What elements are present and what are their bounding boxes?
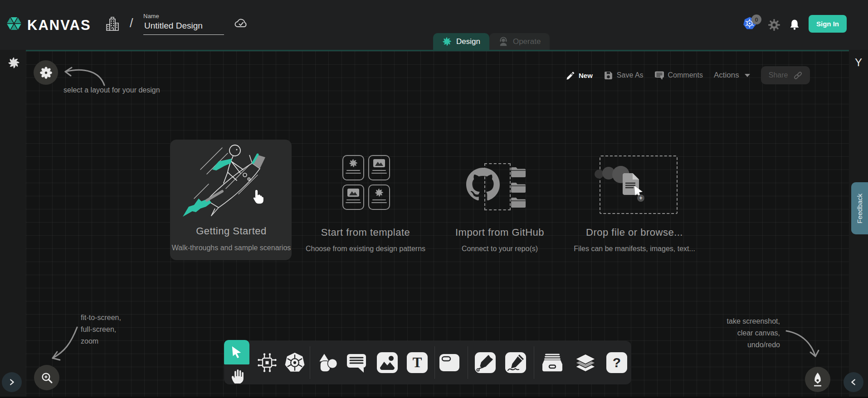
plus-icon: + — [637, 194, 644, 202]
design-name-input[interactable] — [143, 21, 224, 35]
card-title: Drop file or browse... — [562, 227, 707, 238]
text-tool[interactable]: T — [407, 352, 428, 373]
pen-tool-icon — [475, 352, 496, 373]
actions-dropdown[interactable]: Actions — [714, 71, 750, 80]
pen-mode-button[interactable] — [805, 367, 830, 392]
node-tool[interactable] — [257, 352, 278, 373]
version-badge: 0 — [751, 15, 761, 24]
tab-operate-label: Operate — [513, 37, 541, 46]
image-tool-icon — [377, 352, 398, 373]
save-as-button[interactable]: Save As — [604, 71, 644, 80]
new-button[interactable]: New — [566, 71, 593, 80]
floppy-save-icon — [604, 71, 613, 80]
toolbar-separator — [534, 346, 534, 379]
layers-tool[interactable] — [575, 352, 596, 373]
bottom-toolbar: T — [249, 341, 631, 384]
hint-line: fit-to-screen, — [81, 312, 121, 324]
image-tool[interactable] — [377, 352, 398, 373]
hint-line: undo/redo — [707, 339, 780, 351]
layout-hint-text: select a layout for your design — [63, 84, 160, 96]
hint-line: clear canvas, — [707, 327, 780, 339]
design-canvas[interactable]: Y New Save As — [0, 50, 868, 398]
actions-label: Actions — [714, 71, 739, 80]
kubernetes-version-button[interactable]: 0 — [743, 16, 766, 32]
design-name-label: Name — [143, 13, 224, 19]
kanvas-app: KANVAS / Name — [0, 0, 868, 398]
drawer-tool[interactable] — [542, 352, 563, 373]
screenshot-hint-text: take screenshot, clear canvas, undo/redo — [707, 315, 780, 351]
card-title: Getting Started — [159, 225, 304, 237]
pen-tool[interactable] — [475, 352, 496, 373]
kubernetes-helm-icon — [284, 352, 305, 373]
breadcrumb-separator: / — [130, 16, 133, 30]
card-subtitle: Choose from existing design patterns — [288, 245, 443, 253]
layout-picker-button[interactable] — [34, 60, 58, 85]
tab-design-label: Design — [456, 37, 480, 46]
hint-line: zoom — [81, 335, 121, 347]
feedback-tab[interactable]: Feedback — [851, 182, 868, 234]
share-link-icon — [794, 71, 802, 80]
comment-bubble-icon — [654, 71, 664, 80]
save-as-label: Save As — [617, 71, 644, 79]
screenshot-hint-arrow — [784, 325, 821, 364]
toolbar-separator — [468, 346, 468, 379]
pinwheel-rail-icon[interactable] — [8, 57, 20, 69]
card-tool-icon — [439, 352, 460, 373]
tab-design[interactable]: Design — [433, 33, 489, 50]
brand-name: KANVAS — [27, 17, 91, 34]
kubernetes-tool[interactable] — [284, 352, 305, 373]
help-tool[interactable]: ? — [606, 352, 627, 373]
layers-icon — [575, 353, 596, 372]
expand-right-panel-button[interactable] — [844, 372, 863, 392]
toolbar-separator — [310, 346, 310, 379]
comments-button[interactable]: Comments — [654, 71, 703, 80]
select-cursor-icon — [231, 346, 243, 359]
settings-gear-icon[interactable] — [768, 19, 780, 31]
repo-folder-icon — [511, 166, 526, 178]
repo-folder-icon — [511, 181, 526, 193]
pointer-hand-cursor — [251, 189, 266, 206]
card-tool[interactable] — [439, 352, 460, 373]
card-title: Start from template — [293, 227, 438, 238]
repo-folder-icon — [511, 196, 526, 208]
pen-nib-icon — [811, 372, 824, 387]
chevron-left-icon — [849, 378, 858, 386]
sign-in-button[interactable]: Sign In — [809, 15, 847, 33]
magnifier-plus-icon — [41, 372, 53, 384]
tab-operate[interactable]: Operate — [489, 33, 550, 50]
template-thumb-icon — [342, 155, 364, 180]
pan-hand-tool[interactable] — [229, 368, 245, 384]
chevron-down-icon — [745, 74, 750, 77]
shapes-tool[interactable] — [317, 352, 338, 373]
top-bar: KANVAS / Name — [0, 0, 868, 50]
feedback-label: Feedback — [856, 194, 863, 223]
card-title: Import from GitHub — [427, 227, 572, 238]
yaml-toggle[interactable]: Y — [849, 56, 868, 69]
github-octocat-icon — [466, 168, 500, 201]
comment-tool-icon — [346, 353, 367, 373]
expand-left-panel-button[interactable] — [2, 372, 22, 392]
pencil-tool[interactable] — [505, 352, 526, 373]
pencil-tool-icon — [505, 352, 526, 373]
rocket-illustration — [180, 141, 283, 220]
zoom-button[interactable] — [34, 365, 59, 390]
share-label: Share — [769, 71, 788, 79]
card-subtitle: Walk-throughs and sample scenarios — [154, 244, 308, 252]
design-pinwheel-icon — [442, 37, 452, 46]
layout-flower-icon — [40, 67, 52, 79]
comment-tool[interactable] — [346, 352, 367, 373]
cloud-synced-icon — [234, 17, 249, 29]
zoom-hint-arrow — [44, 322, 82, 364]
org-building-icon[interactable] — [105, 16, 120, 32]
left-rail — [0, 50, 26, 398]
select-tool[interactable] — [224, 340, 249, 364]
help-glyph: ? — [613, 355, 621, 370]
share-button[interactable]: Share — [761, 66, 810, 84]
design-name-field: Name — [143, 13, 224, 35]
kanvas-logo-icon — [5, 15, 23, 32]
chevron-right-icon — [8, 378, 16, 386]
toolbar-separator — [434, 346, 435, 379]
notifications-bell-icon[interactable] — [789, 18, 800, 31]
comments-label: Comments — [668, 71, 703, 79]
template-thumb-icon — [368, 184, 390, 210]
